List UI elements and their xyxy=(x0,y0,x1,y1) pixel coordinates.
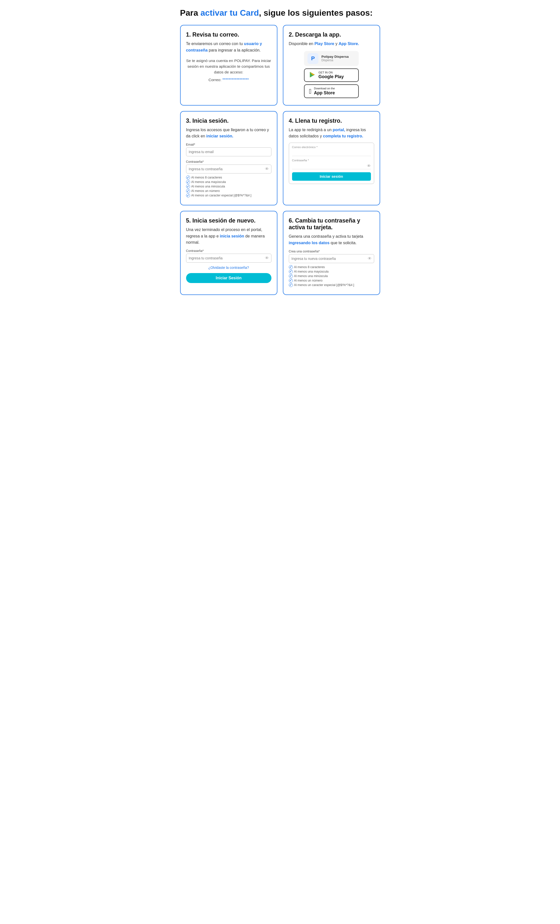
card3-email-group: Email* xyxy=(186,142,271,156)
google-play-small: GET IN ON xyxy=(319,71,344,74)
card3-eye-icon[interactable]: 👁 xyxy=(265,167,269,171)
card6-rule-5: Al menos un caracter especial [@$!%*?&#.… xyxy=(289,283,374,287)
card4-title: 4. Llena tu registro. xyxy=(289,117,374,124)
card-step-5: 5. Inicia sesión de nuevo. Una vez termi… xyxy=(180,211,277,295)
card1-email-label: Correo: xyxy=(208,78,222,82)
main-title: Para activar tu Card, sigue los siguient… xyxy=(180,8,380,18)
card3-body: Ingresa los accesos que llegaron a tu co… xyxy=(186,127,271,140)
card3-pass-wrapper: 👁 xyxy=(186,165,271,174)
card6-pass-wrapper: 👁 xyxy=(289,254,374,263)
card6-pass-group: Crea una contraseña* 👁 xyxy=(289,249,374,263)
card1-body-text: Te enviaremos un correo con tu xyxy=(186,41,244,46)
card4-email-input[interactable] xyxy=(292,150,371,156)
card3-password-rules: Al menos 8 caracteres Al menos una mayús… xyxy=(186,176,271,197)
rule-2: Al menos una mayúscula xyxy=(186,180,271,184)
card2-play-link[interactable]: Play Store xyxy=(314,41,334,46)
card-step-4: 4. Llena tu registro. La app te redirigi… xyxy=(283,111,380,206)
card4-email-label: Correo electrónico * xyxy=(292,146,371,148)
card5-pass-wrapper: 👁 xyxy=(186,254,271,262)
card1-body: Te enviaremos un correo con tu usuario y… xyxy=(186,40,271,53)
card6-link[interactable]: ingresando los datos xyxy=(289,240,329,245)
card5-link[interactable]: inicia sesión xyxy=(220,234,244,238)
card5-eye-icon[interactable]: 👁 xyxy=(265,256,269,260)
card6-body: Genera una contraseña y activa tu tarjet… xyxy=(289,233,374,246)
card4-body-text: La app te redirigirá a un xyxy=(289,128,333,132)
card2-appstore-link[interactable]: App Store. xyxy=(338,41,359,46)
card6-title: 6. Cambia tu contraseña y activa tu tarj… xyxy=(289,217,374,231)
card6-rule-1: Al menos 8 caracteres xyxy=(289,265,374,269)
card4-eye-icon[interactable]: 👁 xyxy=(367,164,371,168)
title-prefix: Para xyxy=(180,8,201,17)
card3-pass-label: Contraseña* xyxy=(186,160,271,164)
card4-link2[interactable]: completa tu registro. xyxy=(323,134,363,138)
card2-body-prefix: Disponible en xyxy=(289,41,314,46)
card5-login-button[interactable]: Iniciar Sesión xyxy=(186,273,271,283)
polipay-banner: P Polipay Dispersa Dispersa xyxy=(304,51,359,66)
card5-body: Una vez terminado el proceso en el porta… xyxy=(186,226,271,245)
card6-body-suffix: que te solicita. xyxy=(329,240,357,245)
card3-pass-group: Contraseña* 👁 xyxy=(186,160,271,174)
app-store-big: App Store xyxy=(314,90,335,96)
card6-eye-icon[interactable]: 👁 xyxy=(368,256,372,261)
card5-pass-input[interactable] xyxy=(186,254,271,262)
title-suffix: , sigue los siguientes pasos: xyxy=(259,8,373,17)
app-store-small: Download on the xyxy=(314,87,335,90)
apple-icon:  xyxy=(309,88,311,94)
card5-pass-group: Contraseña* 👁 xyxy=(186,249,271,262)
card4-form: Correo electrónico * Contraseña * 👁 Inic… xyxy=(289,142,374,184)
card-step-3: 3. Inicia sesión. Ingresa los accesos qu… xyxy=(180,111,277,206)
google-play-icon xyxy=(309,71,316,79)
card6-pass-label: Crea una contraseña* xyxy=(289,249,374,253)
rule-5: Al menos un caracter especial [@$!%*?&#.… xyxy=(186,194,271,197)
card3-pass-input[interactable] xyxy=(186,165,271,174)
card-step-2: 2. Descarga la app. Disponible en Play S… xyxy=(283,25,380,105)
card3-link[interactable]: iniciar sesión. xyxy=(206,134,234,138)
polipay-icon: P xyxy=(307,53,319,64)
polipay-app-name: Polipay Dispersa xyxy=(322,55,349,58)
title-highlight: activar tu Card xyxy=(201,8,259,17)
rule-1: Al menos 8 caracteres xyxy=(186,176,271,180)
card2-body: Disponible en Play Store y App Store. xyxy=(289,40,374,47)
card-step-1: 1. Revisa tu correo. Te enviaremos un co… xyxy=(180,25,277,105)
rule-4: Al menos un número xyxy=(186,189,271,193)
steps-grid: 1. Revisa tu correo. Te enviaremos un co… xyxy=(180,25,380,295)
card2-title: 2. Descarga la app. xyxy=(289,32,374,38)
card5-forgot-link[interactable]: ¿Olvidaste la contraseña? xyxy=(186,266,271,270)
card3-email-label: Email* xyxy=(186,142,271,146)
card4-pass-wrapper: 👁 xyxy=(292,163,371,169)
card6-rule-2: Al menos una mayúscula xyxy=(289,270,374,274)
card6-password-rules: Al menos 8 caracteres Al menos una mayús… xyxy=(289,265,374,287)
google-play-button[interactable]: GET IN ON Google Play xyxy=(304,69,359,82)
card4-login-button[interactable]: Iniciar sesión xyxy=(292,172,371,181)
card6-rule-4: Al menos un número xyxy=(289,279,374,282)
app-store-button[interactable]:  Download on the App Store xyxy=(304,84,359,98)
card4-pass-input[interactable] xyxy=(292,163,371,169)
card5-title: 5. Inicia sesión de nuevo. xyxy=(186,217,271,224)
card1-note: Se te asignó una cuenta en POLIPAY. Para… xyxy=(186,58,271,75)
polipay-app-sub: Dispersa xyxy=(322,58,349,62)
app-badges: P Polipay Dispersa Dispersa xyxy=(289,51,374,98)
card5-pass-label: Contraseña* xyxy=(186,249,271,253)
rule-3: Al menos una minúscula xyxy=(186,184,271,188)
google-play-text: GET IN ON Google Play xyxy=(319,71,344,80)
card6-body-text: Genera una contraseña y activa tu tarjet… xyxy=(289,234,363,238)
card4-body: La app te redirigirá a un portal, ingres… xyxy=(289,127,374,140)
card1-title: 1. Revisa tu correo. xyxy=(186,32,271,38)
card3-title: 3. Inicia sesión. xyxy=(186,117,271,124)
card1-body-suffix: para ingresar a la aplicación. xyxy=(208,48,261,52)
card6-pass-input[interactable] xyxy=(289,254,374,263)
card2-mid: y xyxy=(334,41,338,46)
card3-email-input[interactable] xyxy=(186,147,271,156)
card1-email-row: Correo: ***************** xyxy=(186,78,271,82)
card4-pass-label: Contraseña * xyxy=(292,159,371,162)
card4-link1[interactable]: portal, xyxy=(332,128,345,132)
card-step-6: 6. Cambia tu contraseña y activa tu tarj… xyxy=(283,211,380,295)
app-store-text: Download on the App Store xyxy=(314,87,335,96)
card1-email-value: ***************** xyxy=(222,78,249,82)
google-play-big: Google Play xyxy=(319,74,344,80)
card6-rule-3: Al menos una minúscula xyxy=(289,274,374,278)
